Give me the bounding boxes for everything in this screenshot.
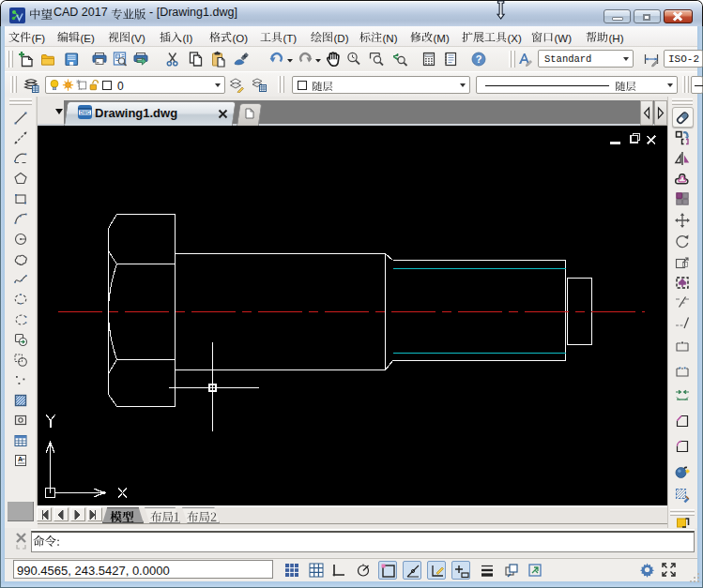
svg-text:?: ? bbox=[476, 53, 482, 65]
svg-text:DWG: DWG bbox=[80, 111, 91, 115]
